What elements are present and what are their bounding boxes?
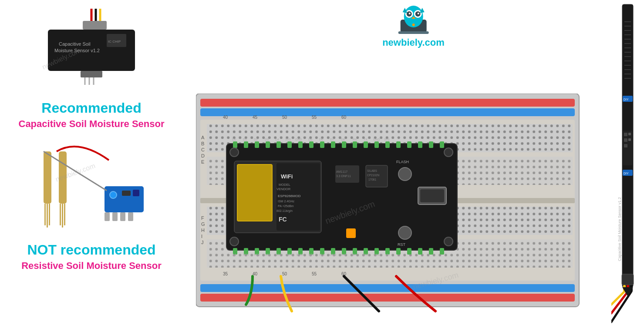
svg-rect-80 [244, 141, 248, 148]
svg-text:D6: D6 [319, 138, 323, 141]
svg-text:GND: GND [374, 253, 381, 256]
svg-text:D2: D2 [254, 138, 258, 141]
svg-rect-160 [335, 165, 359, 183]
svg-text:D: D [201, 153, 205, 158]
svg-text:FC: FC [279, 216, 287, 223]
capacitive-sensor-image: Capacitive Soil Moisture Sensor v1.2 IC … [22, 9, 161, 96]
svg-rect-29 [128, 212, 133, 221]
svg-text:Capacitive Soil: Capacitive Soil [59, 41, 91, 47]
left-panel: Capacitive Soil Moisture Sensor v1.2 IC … [0, 0, 183, 332]
svg-text:3V3: 3V3 [384, 138, 390, 141]
svg-rect-21 [64, 204, 65, 225]
svg-text:RST: RST [398, 242, 406, 247]
svg-text:55: 55 [312, 272, 317, 276]
svg-rect-94 [396, 141, 401, 148]
svg-rect-97 [429, 141, 433, 148]
svg-text:E: E [201, 159, 204, 164]
svg-rect-16 [47, 204, 48, 228]
svg-rect-173 [346, 228, 356, 238]
svg-text:40: 40 [223, 115, 228, 120]
resistive-sensor-image: newbiely.com [22, 143, 161, 238]
svg-point-176 [230, 237, 239, 246]
svg-text:SD1: SD1 [287, 253, 293, 256]
recommended-sensor-name: Capacitive Soil Moisture Sensor [19, 118, 165, 130]
svg-text:CLK: CLK [319, 253, 325, 256]
svg-rect-15 [44, 204, 46, 225]
svg-text:SD0: SD0 [308, 253, 314, 256]
svg-rect-98 [440, 141, 444, 148]
breadboard-svg: A B C D E F G H I J 40 45 50 55 60 35 40… [196, 94, 588, 324]
svg-rect-172 [420, 189, 444, 202]
svg-rect-14 [44, 151, 51, 204]
svg-text:A0: A0 [233, 253, 236, 256]
svg-rect-24 [122, 191, 131, 196]
svg-rect-198 [624, 144, 627, 148]
svg-text:D5: D5 [308, 138, 312, 141]
svg-rect-33 [398, 31, 428, 34]
svg-text:Vin: Vin [385, 253, 390, 256]
svg-rect-26 [105, 212, 110, 221]
svg-rect-199 [628, 133, 631, 135]
svg-text:3V3: 3V3 [341, 253, 347, 256]
svg-text:D3: D3 [265, 138, 269, 141]
svg-text:WiFi: WiFi [281, 173, 293, 180]
svg-rect-133 [440, 248, 444, 255]
svg-text:AM1117: AM1117 [336, 170, 347, 173]
svg-rect-79 [233, 141, 237, 148]
svg-rect-85 [298, 141, 303, 148]
svg-rect-197 [624, 138, 627, 142]
svg-text:CP2102N: CP2102N [367, 174, 379, 177]
svg-rect-84 [287, 141, 292, 148]
svg-rect-150 [237, 164, 272, 221]
svg-rect-91 [364, 141, 368, 148]
svg-text:IC CHIP: IC CHIP [108, 40, 121, 44]
svg-rect-93 [385, 141, 390, 148]
svg-rect-92 [374, 141, 379, 148]
svg-text:D0: D0 [232, 138, 236, 141]
svg-rect-17 [49, 204, 50, 225]
svg-text:50: 50 [282, 115, 287, 120]
svg-rect-87 [320, 141, 324, 148]
svg-text:TX: TX [364, 138, 368, 141]
svg-point-40 [417, 13, 419, 14]
svg-text:EN: EN [353, 253, 357, 256]
svg-rect-96 [418, 141, 422, 148]
recommended-label: Recommended [41, 100, 141, 116]
svg-point-167 [398, 168, 411, 181]
svg-text:ISM 2.4GHz: ISM 2.4GHz [278, 200, 295, 203]
svg-text:PA +25dBm: PA +25dBm [278, 205, 294, 208]
svg-rect-3 [83, 21, 107, 30]
svg-rect-95 [407, 141, 411, 148]
svg-rect-20 [62, 204, 63, 228]
svg-text:GND: GND [295, 138, 302, 141]
svg-text:RST: RST [364, 253, 370, 256]
svg-rect-203 [622, 274, 634, 285]
logo-text: newbiely.com [382, 37, 445, 48]
svg-point-44 [412, 23, 415, 26]
svg-text:Capacitive Soil Moisture Senso: Capacitive Soil Moisture Sensor v1.2 [617, 197, 622, 261]
svg-text:G: G [201, 221, 205, 227]
svg-text:B: B [201, 141, 204, 146]
svg-text:I: I [201, 234, 202, 239]
svg-rect-90 [353, 141, 357, 148]
not-recommended-sensor-name: Resistive Soil Moisture Sensor [21, 260, 162, 272]
svg-rect-131 [418, 248, 422, 255]
svg-text:FLASH: FLASH [396, 160, 409, 164]
svg-point-177 [444, 237, 453, 246]
svg-text:17081: 17081 [368, 178, 376, 181]
owl-icon [396, 4, 431, 35]
svg-text:3V3: 3V3 [285, 138, 291, 141]
svg-text:H: H [201, 228, 205, 233]
svg-text:GND: GND [330, 253, 337, 256]
svg-text:ESP8266MOD: ESP8266MOD [278, 194, 301, 198]
svg-rect-83 [276, 141, 281, 148]
svg-text:60: 60 [341, 115, 347, 120]
svg-text:DIY: DIY [624, 98, 629, 101]
svg-rect-86 [309, 141, 314, 148]
svg-text:35: 35 [223, 272, 228, 276]
not-recommended-label: NOT recommended [27, 242, 155, 258]
svg-rect-200 [628, 138, 631, 141]
svg-text:55: 55 [312, 115, 317, 120]
svg-rect-9 [81, 71, 102, 77]
svg-text:D8: D8 [341, 138, 345, 141]
